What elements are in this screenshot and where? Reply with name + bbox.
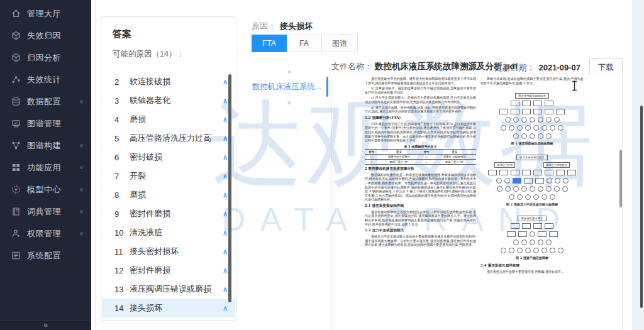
sidebar-item-label: 失效统计 [27,74,84,85]
chevron-up-icon[interactable]: ∧ [223,304,228,312]
attribution-analysis-icon [11,53,21,62]
cause-item-label: 清洗液脏 [130,227,223,238]
sidebar-item-11[interactable]: 权限管理∨ [0,223,91,245]
highlighted-node [513,178,521,184]
sidebar-item-2[interactable]: 失效归因 [0,25,91,47]
sidebar-item-9[interactable]: 模型中心∨ [0,179,91,201]
sidebar-item-3[interactable]: 归因分析 [0,47,91,69]
tab-fta[interactable]: FTA [252,35,287,52]
cause-item-8[interactable]: 8磨损∧ [102,185,235,204]
sidebar-item-10[interactable]: 词典管理∨ [0,201,91,223]
chevron-up-icon[interactable]: ∧ [223,285,228,294]
cause-item-label: 高压管路清洗压力过高 [130,133,223,144]
cause-item-14[interactable]: 14接头损坏∧ [102,299,235,317]
pdf-paragraph: 系统压力不足及波动较大造成的主要故障现象为液压负载不动或是时动时停,属于液压回路… [365,234,476,247]
pdf-paragraph: 液压系统元器件故障主要是液压泵,控制阀,液压缸等在... [480,270,584,274]
chevron-up-icon[interactable]: ∧ [223,172,228,180]
chevron-up-icon[interactable]: ∧ [223,116,228,124]
chevron-up-icon[interactable]: ∧ [223,78,228,86]
cause-item-number: 6 [114,153,130,162]
cause-item-7[interactable]: 7开裂∧ [102,167,235,185]
page-scroll-thumb[interactable] [640,106,643,308]
cause-item-10[interactable]: 10清洗液脏∧ [102,223,235,242]
sidebar-item-label: 模型中心 [27,184,79,195]
chevron-up-icon[interactable]: ∧ [223,153,228,162]
sidebar-item-label: 词典管理 [27,206,79,217]
cause-item-label: 磨损 [130,114,223,125]
cause-item-number: 2 [114,77,130,87]
system-config-icon [11,251,21,260]
cause-item-label: 联轴器老化 [130,95,223,106]
chevron-up-icon[interactable]: ∧ [223,135,228,143]
sidebar-item-6[interactable]: 图谱管理 [0,113,91,135]
pdf-symbol-table: 表 1 故障树符号的意义符号意义符号意义□顶事件或中间事件○底事件,不能再细分∩… [365,145,476,165]
fault-tree-top-node: 液压系统振动异响较大 [515,93,549,99]
tab-图谱[interactable]: 图谱 [322,35,358,52]
sidebar-item-1[interactable]: 管理大厅 [0,3,91,25]
sidebar-item-5[interactable]: 数据配置∨ [0,91,91,113]
sidebar-item-8[interactable]: 功能应用∨ [0,157,91,179]
cause-value: 接头损坏 [280,21,313,31]
cause-item-6[interactable]: 6密封破损∧ [102,148,235,167]
sidebar-item-label: 管理大厅 [27,8,84,19]
chevron-up-icon[interactable]: ∧ [223,229,228,237]
chevron-up-icon[interactable]: ∧ [223,210,228,218]
tab-fa[interactable]: FA [287,35,322,52]
carousel-down-icon[interactable]: ∨ [252,99,327,106]
chevron-down-icon: ∨ [79,209,84,214]
fault-tree-sub-node: 系统压力不足 [494,162,515,168]
database-icon [11,97,21,106]
chevron-down-icon: ∨ [79,187,84,192]
cause-item-number: 5 [114,134,130,143]
sidebar-menu: 管理大厅失效归因归因分析失效统计数据配置∨图谱管理图谱构建∨功能应用∨模型中心∨… [0,0,91,267]
chevron-up-icon[interactable]: ∧ [223,97,228,105]
cause-item-12[interactable]: 12密封件磨损∧ [102,261,235,280]
cause-item-5[interactable]: 5高压管路清洗压力过高∧ [102,129,235,148]
cause-item-3[interactable]: 3联轴器老化∧ [102,91,235,110]
pdf-paragraph: b) 流量波动较大。稳定的流量是执行件平稳运动的前提,流量波动大将导致执行件运动… [365,86,476,94]
cause-item-2[interactable]: 2软连接破损∧ [102,72,235,91]
cause-item-label: 接头损坏 [130,302,223,314]
cause-item-label: 开裂 [130,170,223,182]
chevron-down-icon: ∨ [79,99,84,104]
model-center-icon [11,185,21,194]
cause-item-4[interactable]: 4磨损∧ [102,110,235,129]
fault-tree-top-node: 压力不足及波动较大 [516,155,548,160]
pdf-paragraph: 液压站振动和异响是系统失效的综合体现,分析时以现有故障数据为基础,重点从液压油特… [365,210,476,226]
sidebar-item-12[interactable]: 系统配置 [0,245,91,267]
chevron-up-icon[interactable]: ∧ [223,248,228,256]
pdf-paragraph: 数控蜗杆砂轮磨齿机是一种采用连续展成磨削原理,并兼多轴联动同步传动数控,精密齿轮… [365,173,476,202]
failure-attribution-icon [11,31,21,40]
file-name-label: 文件名称： [331,62,372,71]
chevron-down-icon: ∨ [79,143,84,148]
cause-item-number: 13 [114,285,130,294]
sidebar-item-7[interactable]: 图谱构建∨ [0,135,91,157]
cause-item-label: 密封件磨损 [130,265,223,276]
sidebar-item-label: 系统配置 [27,250,84,261]
chevron-up-icon[interactable]: ∧ [223,267,228,275]
pdf-viewer[interactable]: 液压系统最为常见的故障。通常较大的振动和异响意味着系统某个环节出现了异常,因此振… [331,74,623,330]
pdf-fault-tree-figure: 液压油流量不稳定图 3 流量不稳定故障树 [480,210,584,260]
cause-item-number: 8 [114,190,130,200]
cause-item-label: 软连接破损 [130,76,223,87]
sidebar-item-label: 失效归因 [27,30,84,41]
chevron-up-icon[interactable]: ∧ [223,191,228,199]
pdf-scrollbar[interactable] [619,150,622,207]
app-root: 管理大厅失效归因归因分析失效统计数据配置∨图谱管理图谱构建∨功能应用∨模型中心∨… [0,0,644,330]
causes-scrollbar[interactable] [228,74,231,302]
sidebar-collapse-button[interactable]: « [0,320,91,330]
carousel-up-icon[interactable]: ∧ [252,69,327,75]
causes-list: 2软连接破损∧3联轴器老化∧4磨损∧5高压管路清洗压力过高∧6密封破损∧7开裂∧… [102,72,235,319]
cause-item-number: 3 [114,96,130,106]
sidebar-item-4[interactable]: 失效统计 [0,69,91,91]
sidebar-item-label: 数据配置 [27,96,79,107]
cause-item-number: 9 [114,209,130,219]
cause-item-11[interactable]: 11接头密封损坏∧ [102,242,235,261]
carousel-current-file[interactable]: 数控机床液压系统... [252,82,327,92]
chevron-down-icon: ∨ [79,231,84,236]
cause-item-13[interactable]: 13液压阀调压错误或磨损∧ [102,280,235,299]
home-icon [11,9,21,18]
update-date-value: 2021-09-07 [539,63,581,72]
cause-item-9[interactable]: 9密封件磨损∧ [102,204,235,223]
pdf-heading: 2.4 液压系统元器件故障 [480,263,584,268]
